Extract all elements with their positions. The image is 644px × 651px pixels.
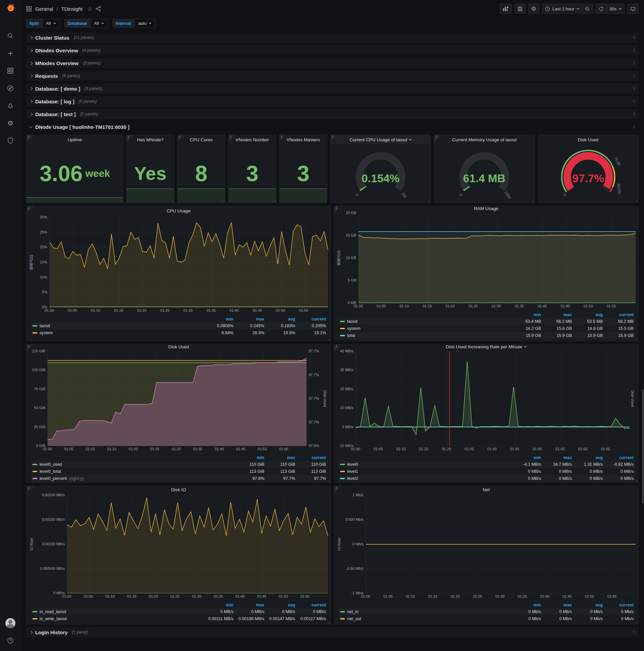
panel-info-icon[interactable]: i	[434, 135, 442, 143]
legend-sort-max[interactable]: max	[541, 603, 572, 608]
panel-info-icon[interactable]: i	[228, 135, 236, 143]
explore-compass-icon[interactable]	[6, 84, 15, 93]
legend-sort-avg[interactable]: avg	[572, 455, 603, 460]
legend-series[interactable]: system	[347, 326, 361, 331]
panel-info-icon[interactable]: i	[334, 344, 342, 352]
grafana-logo[interactable]	[0, 0, 21, 18]
row-requests[interactable]: Requests(4 panels)⠿	[26, 71, 639, 81]
series-color-swatch[interactable]	[340, 611, 345, 612]
row-drag-handle[interactable]: ⠿	[632, 61, 636, 66]
panel-info-icon[interactable]: i	[126, 135, 134, 143]
legend-sort-max[interactable]: max	[264, 455, 295, 460]
panel-title[interactable]: Disk Used Increasing Rate per Minute	[334, 344, 638, 349]
legend-sort-current[interactable]: current	[295, 317, 326, 321]
refresh-button[interactable]	[596, 4, 606, 14]
server-admin-shield-icon[interactable]	[6, 136, 15, 145]
legend-series[interactable]: net_out	[347, 616, 361, 621]
search-icon[interactable]	[6, 32, 15, 40]
share-icon[interactable]	[96, 6, 101, 11]
panel-title[interactable]: Disk Used	[27, 344, 331, 349]
legend-sort-current[interactable]: current	[295, 603, 326, 608]
panel-info-icon[interactable]: i	[330, 135, 339, 143]
legend-sort-max[interactable]: max	[541, 312, 572, 317]
legend-sort-current[interactable]: current	[603, 603, 634, 608]
row-dnode-usage[interactable]: DNode Usage [ huolinhe-TM1701:6030 ] ⠿	[26, 122, 639, 132]
series-color-swatch[interactable]	[33, 332, 37, 334]
panel-title[interactable]: Current Memory Usage of taosd	[434, 135, 534, 144]
save-dashboard-button[interactable]	[515, 4, 525, 14]
legend-sort-current[interactable]: current	[603, 455, 634, 460]
alerting-bell-icon[interactable]	[6, 101, 15, 110]
row-login-history[interactable]: Login History (1 panel) ⠿	[26, 627, 639, 637]
row-drag-handle[interactable]: ⠿	[632, 99, 636, 104]
legend-sort-current[interactable]: current	[295, 455, 326, 460]
row-drag-handle[interactable]: ⠿	[632, 630, 636, 635]
row-database-demo[interactable]: Database: [ demo ](5 panels)⠿	[26, 84, 639, 94]
panel-title[interactable]: Current CPU Usage of taosd	[330, 135, 431, 144]
add-panel-button[interactable]	[500, 4, 512, 14]
breadcrumb-section[interactable]: General	[35, 6, 53, 12]
panel-info-icon[interactable]: i	[27, 206, 35, 214]
star-icon[interactable]: ☆	[87, 5, 92, 12]
row-cluster-status[interactable]: Cluster Status(21 panels)⠿	[26, 33, 639, 42]
cycle-view-mode-button[interactable]	[627, 4, 639, 14]
series-color-swatch[interactable]	[33, 325, 37, 327]
series-color-swatch[interactable]	[340, 321, 345, 322]
legend-series[interactable]: net_in	[347, 610, 359, 614]
legend-sort-min[interactable]: min	[510, 455, 541, 460]
legend-series[interactable]: system	[40, 331, 53, 335]
legend-series[interactable]: total	[347, 333, 355, 338]
row-drag-handle[interactable]: ⠿	[632, 48, 636, 53]
variable-value-dropdown[interactable]: All	[42, 19, 59, 28]
zoom-out-time-button[interactable]	[582, 4, 593, 14]
series-color-swatch[interactable]	[340, 328, 345, 329]
scrollbar-thumb[interactable]	[642, 389, 644, 503]
user-avatar[interactable]	[5, 618, 15, 628]
legend-series[interactable]: io_read_taosd	[40, 610, 66, 614]
dashboards-icon[interactable]	[6, 66, 15, 75]
legend-sort-max[interactable]: max	[233, 317, 264, 321]
legend-sort-current[interactable]: current	[603, 312, 634, 317]
legend-series[interactable]: level1	[347, 469, 358, 474]
legend-series[interactable]: level0_total	[40, 469, 61, 474]
legend-sort-min[interactable]: min	[510, 312, 541, 317]
legend-series[interactable]: taosd	[40, 323, 50, 328]
create-plus-icon[interactable]	[6, 49, 15, 58]
panel-title[interactable]: Uptime	[27, 135, 123, 144]
row-database-log[interactable]: Database: [ log ](5 panels)⠿	[26, 96, 639, 106]
legend-sort-min[interactable]: min	[510, 603, 541, 608]
breadcrumb-page[interactable]: TDinsight	[61, 6, 83, 12]
series-color-swatch[interactable]	[340, 464, 345, 465]
row-database-test[interactable]: Database: [ test ](5 panels)⠿	[26, 109, 639, 119]
legend-series[interactable]: io_write_taosd	[40, 616, 67, 621]
legend-series[interactable]: taosd	[347, 319, 358, 324]
legend-series[interactable]: level0	[347, 462, 358, 467]
row-mnodes-overview[interactable]: MNodes Overview(2 panels)⠿	[26, 58, 639, 68]
refresh-interval-picker[interactable]: 30s	[606, 4, 624, 14]
variable-value-dropdown[interactable]: All	[90, 19, 107, 28]
panel-title[interactable]: RAM Usage	[334, 206, 638, 211]
legend-series[interactable]: level0_used	[40, 462, 62, 467]
panel-info-icon[interactable]: i	[27, 486, 35, 494]
time-range-picker[interactable]: Last 1 hour	[542, 4, 582, 14]
legend-sort-avg[interactable]: avg	[264, 603, 295, 608]
row-dnodes-overview[interactable]: DNodes Overview(4 panels)⠿	[26, 45, 639, 55]
configuration-gear-icon[interactable]: ⚙	[6, 119, 15, 127]
series-color-swatch[interactable]	[340, 335, 345, 336]
series-color-swatch[interactable]	[340, 618, 345, 619]
panel-info-icon[interactable]: i	[334, 486, 342, 494]
legend-sort-min[interactable]: min	[233, 455, 264, 460]
legend-sort-max[interactable]: max	[233, 603, 264, 608]
panel-info-icon[interactable]: i	[27, 135, 35, 143]
panel-title[interactable]: Net	[334, 486, 638, 493]
row-drag-handle[interactable]: ⠿	[632, 35, 636, 40]
legend-sort-avg[interactable]: avg	[572, 312, 603, 317]
series-color-swatch[interactable]	[33, 464, 37, 465]
series-color-swatch[interactable]	[33, 478, 37, 479]
panel-title[interactable]: Disk Used	[538, 135, 638, 144]
series-color-swatch[interactable]	[33, 471, 37, 472]
legend-sort-avg[interactable]: avg	[264, 317, 295, 321]
legend-series[interactable]: level2	[347, 476, 358, 481]
series-color-swatch[interactable]	[340, 478, 345, 479]
legend-series[interactable]: level0_percent	[40, 476, 67, 481]
